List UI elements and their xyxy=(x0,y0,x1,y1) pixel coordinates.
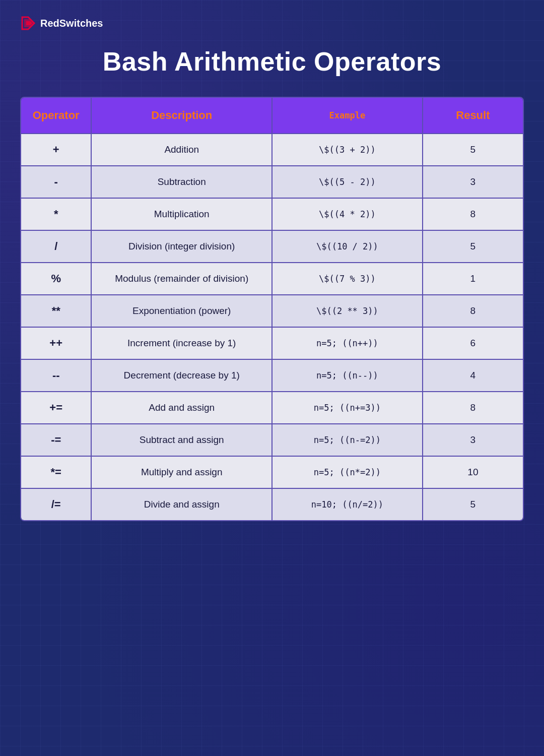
cell-description: Subtract and assign xyxy=(91,424,272,456)
cell-result: 5 xyxy=(423,134,523,166)
cell-operator: /= xyxy=(21,488,91,520)
page-title: Bash Arithmetic Operators xyxy=(103,46,441,77)
cell-example: \$((5 - 2)) xyxy=(272,166,423,198)
header-example: Example xyxy=(272,98,423,134)
cell-example: n=5; ((n*=2)) xyxy=(272,456,423,488)
table-row: *=Multiply and assignn=5; ((n*=2))10 xyxy=(21,456,523,488)
table-header: Operator Description Example Result xyxy=(21,98,523,134)
cell-example: n=10; ((n/=2)) xyxy=(272,488,423,520)
cell-description: Modulus (remainder of division) xyxy=(91,263,272,295)
cell-operator: + xyxy=(21,134,91,166)
cell-result: 1 xyxy=(423,263,523,295)
cell-operator: += xyxy=(21,392,91,424)
cell-example: \$((7 % 3)) xyxy=(272,263,423,295)
redswitches-logo-icon xyxy=(20,15,36,31)
table-row: -=Subtract and assignn=5; ((n-=2))3 xyxy=(21,424,523,456)
cell-operator: * xyxy=(21,198,91,230)
cell-result: 3 xyxy=(423,424,523,456)
cell-result: 8 xyxy=(423,295,523,327)
table-row: /=Divide and assignn=10; ((n/=2))5 xyxy=(21,488,523,520)
table-row: ++Increment (increase by 1)n=5; ((n++))6 xyxy=(21,327,523,359)
table-row: +=Add and assignn=5; ((n+=3))8 xyxy=(21,392,523,424)
cell-result: 4 xyxy=(423,359,523,392)
cell-description: Exponentiation (power) xyxy=(91,295,272,327)
header-operator: Operator xyxy=(21,98,91,134)
operators-table-wrapper: Operator Description Example Result +Add… xyxy=(20,97,524,521)
cell-example: n=5; ((n--)) xyxy=(272,359,423,392)
cell-description: Multiply and assign xyxy=(91,456,272,488)
header-row: Operator Description Example Result xyxy=(21,98,523,134)
operators-table: Operator Description Example Result +Add… xyxy=(21,98,523,520)
table-row: +Addition\$((3 + 2))5 xyxy=(21,134,523,166)
cell-operator: - xyxy=(21,166,91,198)
cell-description: Division (integer division) xyxy=(91,230,272,263)
cell-description: Subtraction xyxy=(91,166,272,198)
cell-operator: ** xyxy=(21,295,91,327)
cell-description: Addition xyxy=(91,134,272,166)
table-row: *Multiplication\$((4 * 2))8 xyxy=(21,198,523,230)
cell-example: \$((3 + 2)) xyxy=(272,134,423,166)
cell-operator: ++ xyxy=(21,327,91,359)
cell-result: 3 xyxy=(423,166,523,198)
table-row: /Division (integer division)\$((10 / 2))… xyxy=(21,230,523,263)
cell-operator: -= xyxy=(21,424,91,456)
cell-result: 8 xyxy=(423,392,523,424)
cell-description: Decrement (decrease by 1) xyxy=(91,359,272,392)
cell-example: n=5; ((n-=2)) xyxy=(272,424,423,456)
cell-example: \$((10 / 2)) xyxy=(272,230,423,263)
table-row: -Subtraction\$((5 - 2))3 xyxy=(21,166,523,198)
cell-example: n=5; ((n+=3)) xyxy=(272,392,423,424)
header-description: Description xyxy=(91,98,272,134)
cell-result: 8 xyxy=(423,198,523,230)
cell-operator: % xyxy=(21,263,91,295)
table-body: +Addition\$((3 + 2))5-Subtraction\$((5 -… xyxy=(21,134,523,520)
cell-example: \$((4 * 2)) xyxy=(272,198,423,230)
cell-result: 10 xyxy=(423,456,523,488)
cell-example: n=5; ((n++)) xyxy=(272,327,423,359)
logo-text: RedSwitches xyxy=(40,18,103,29)
cell-result: 5 xyxy=(423,488,523,520)
cell-description: Increment (increase by 1) xyxy=(91,327,272,359)
cell-description: Multiplication xyxy=(91,198,272,230)
cell-operator: -- xyxy=(21,359,91,392)
table-row: %Modulus (remainder of division)\$((7 % … xyxy=(21,263,523,295)
cell-result: 6 xyxy=(423,327,523,359)
table-row: **Exponentiation (power)\$((2 ** 3))8 xyxy=(21,295,523,327)
cell-description: Add and assign xyxy=(91,392,272,424)
header-result: Result xyxy=(423,98,523,134)
cell-operator: *= xyxy=(21,456,91,488)
logo-bar: RedSwitches xyxy=(20,15,524,31)
cell-example: \$((2 ** 3)) xyxy=(272,295,423,327)
cell-description: Divide and assign xyxy=(91,488,272,520)
cell-operator: / xyxy=(21,230,91,263)
cell-result: 5 xyxy=(423,230,523,263)
table-row: --Decrement (decrease by 1)n=5; ((n--))4 xyxy=(21,359,523,392)
